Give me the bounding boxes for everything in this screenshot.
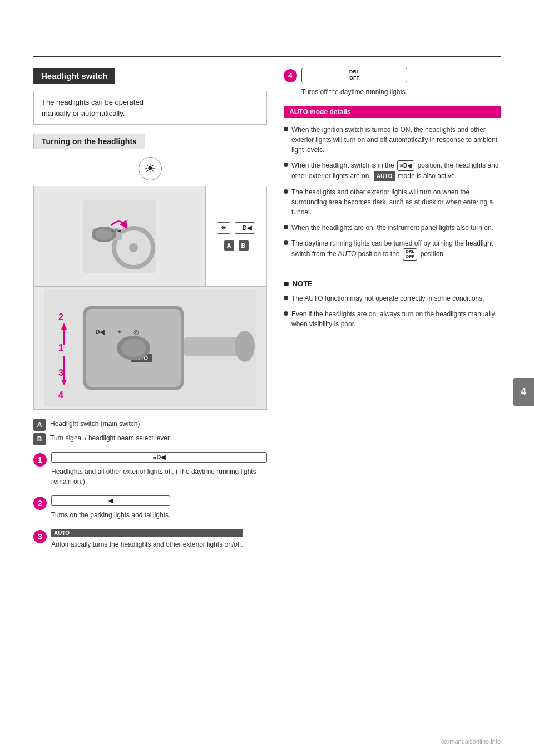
diagram-box: ≡ D◀ ☀ ≡D◀: [33, 186, 267, 410]
page-container: 4 Headlight switch The headlights can be…: [0, 0, 534, 756]
svg-point-25: [121, 339, 146, 357]
bullet-3-text: The headlights and other exterior lights…: [291, 187, 501, 217]
pos-3-content: AUTO Automatically turns the headlights …: [51, 529, 243, 549]
position-3-item: 3 AUTO Automatically turns the headlight…: [33, 529, 267, 549]
svg-text:2: 2: [58, 312, 63, 322]
bullet-dot-4: [284, 225, 288, 229]
beam-inline-icon: ≡D◀: [397, 160, 414, 171]
diagram-top: ≡ D◀ ☀ ≡D◀: [34, 186, 266, 287]
label-a-text: Headlight switch (main switch): [50, 419, 140, 429]
pos-2-number: 2: [33, 497, 47, 510]
icon-row-labels: A B: [224, 240, 249, 251]
top-rule: [33, 56, 501, 57]
bullet-4-text: When the headlights are on, the instrume…: [291, 223, 493, 233]
bullet-dot-5: [284, 240, 288, 245]
pos-3-number: 3: [33, 530, 47, 543]
pos-4-icon: DRL OFF: [301, 68, 407, 82]
bullet-2-text: When the headlight switch is in the ≡D◀ …: [291, 160, 501, 181]
label-a-item: A Headlight switch (main switch): [33, 419, 267, 431]
beam-icon-badge: ≡D◀: [235, 222, 255, 234]
note-1: The AUTO function may not operate correc…: [284, 293, 501, 303]
note-section: ■ NOTE The AUTO function may not operate…: [284, 279, 501, 329]
note-2: Even if the headlights are on, always tu…: [284, 309, 501, 329]
switch-illustration-area: ≡ D◀: [34, 186, 205, 286]
label-b-text: Turn signal / headlight beam select leve…: [50, 433, 170, 443]
pos-2-icon: ◀: [51, 495, 170, 506]
pos-4-text: Turns off the daytime running lights.: [301, 87, 407, 97]
pos-3-auto-badge: AUTO: [51, 529, 243, 537]
ab-labels: A Headlight switch (main switch) B Turn …: [33, 419, 267, 445]
section-rule: [284, 272, 501, 272]
bullet-dot-1: [284, 127, 288, 131]
section-title: Turning on the headlights: [33, 134, 145, 149]
right-column: 4 DRL OFF Turns off the daytime running …: [278, 68, 501, 558]
drl-off-inline-icon: DRL OFF: [403, 248, 417, 261]
auto-inline-badge: AUTO: [374, 171, 395, 181]
label-a: A: [224, 240, 234, 251]
headlight-icon-badge: ☀: [217, 222, 230, 234]
svg-text:3: 3: [58, 368, 63, 377]
bullet-3: The headlights and other exterior lights…: [284, 187, 501, 217]
badge-a: A: [33, 419, 46, 431]
bullet-5-text: The daytime running lights can be turned…: [291, 238, 501, 261]
pos-2-text: Turns on the parking lights and tailligh…: [51, 510, 170, 520]
pos-1-icon: ≡D◀: [51, 452, 267, 463]
pos-3-text: Automatically turns the headlights and o…: [51, 539, 243, 549]
label-b: B: [239, 240, 249, 251]
icon-row-top: ☀ ≡D◀: [217, 222, 255, 234]
auto-mode-header: AUTO mode details: [284, 106, 501, 118]
position-2-item: 2 ◀ Turns on the parking lights and tail…: [33, 495, 267, 520]
pos-1-content: ≡D◀ Headlights and all other exterior li…: [51, 452, 267, 487]
info-box: The headlights can be operated manually …: [33, 91, 267, 125]
position-1-item: 1 ≡D◀ Headlights and all other exterior …: [33, 452, 267, 487]
svg-text:◎: ◎: [134, 328, 139, 335]
switch-svg: ≡ D◀: [81, 198, 159, 276]
left-column: Headlight switch The headlights can be o…: [33, 68, 267, 558]
note-header: ■ NOTE: [284, 279, 501, 289]
note-dot-1: [284, 296, 288, 300]
pos-1-number: 1: [33, 453, 47, 467]
bullet-5: The daytime running lights can be turned…: [284, 238, 501, 261]
diagram-bottom: 2 1 3 4: [34, 287, 266, 409]
note-icon: ■: [284, 279, 289, 289]
svg-text:☀: ☀: [117, 328, 122, 335]
diagram-right-icons: ☀ ≡D◀ A B: [205, 186, 266, 286]
bullet-1: When the ignition switch is turned to ON…: [284, 125, 501, 155]
svg-text:4: 4: [58, 390, 63, 400]
note-title: NOTE: [293, 279, 313, 288]
pos-4-number: 4: [284, 69, 297, 82]
sun-icon: ☀: [139, 157, 162, 180]
bullet-1-text: When the ignition switch is turned to ON…: [291, 125, 501, 155]
svg-point-2: [129, 243, 138, 252]
note-dot-2: [284, 311, 288, 316]
svg-point-5: [95, 229, 113, 240]
content-area: Headlight switch The headlights can be o…: [0, 68, 534, 558]
bullet-2: When the headlight switch is in the ≡D◀ …: [284, 160, 501, 181]
svg-text:1: 1: [58, 343, 63, 352]
headlight-switch-title: Headlight switch: [33, 68, 115, 84]
right-section-bullets: When the ignition switch is turned to ON…: [284, 125, 501, 261]
position-4-item: 4 DRL OFF Turns off the daytime running …: [284, 68, 501, 97]
svg-text:≡D◀: ≡D◀: [92, 328, 105, 335]
watermark: carmanualsonline.info: [441, 738, 501, 745]
svg-text:≡: ≡: [111, 229, 113, 233]
label-b-item: B Turn signal / headlight beam select le…: [33, 433, 267, 445]
page-number-tab: 4: [513, 378, 534, 406]
bullet-4: When the headlights are on, the instrume…: [284, 223, 501, 233]
bullet-dot-3: [284, 189, 288, 194]
note-1-text: The AUTO function may not operate correc…: [291, 293, 484, 303]
note-2-text: Even if the headlights are on, always tu…: [291, 309, 501, 329]
positions-svg: 2 1 3 4: [44, 289, 256, 406]
bullet-dot-2: [284, 163, 288, 167]
pos-1-text: Headlights and all other exterior lights…: [51, 467, 267, 487]
pos-4-content: DRL OFF Turns off the daytime running li…: [301, 68, 407, 97]
pos-2-content: ◀ Turns on the parking lights and tailli…: [51, 495, 170, 520]
svg-point-27: [235, 331, 255, 362]
badge-b: B: [33, 433, 46, 445]
svg-text:D◀: D◀: [115, 229, 121, 233]
sun-icon-area: ☀: [33, 157, 267, 180]
